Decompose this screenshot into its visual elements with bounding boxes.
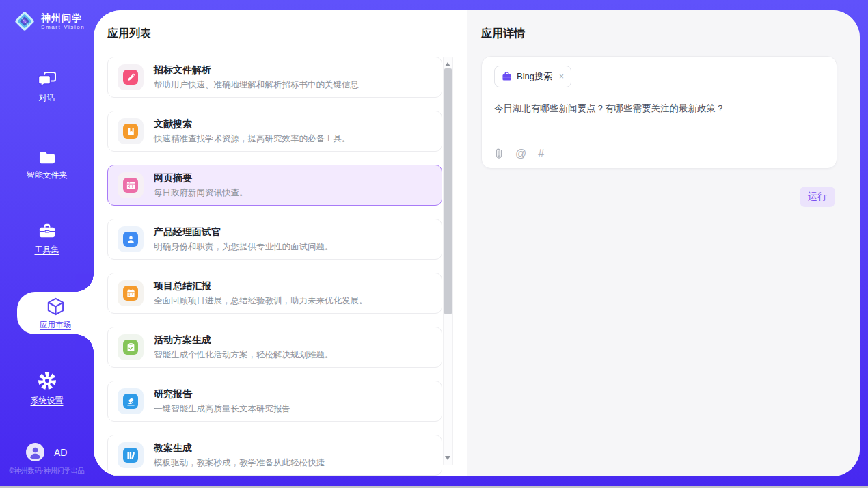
- app-card-title: 研究报告: [154, 388, 290, 401]
- app-card-desc: 智能生成个性化活动方案，轻松解决规划难题。: [154, 349, 334, 361]
- app-icon-tile: [118, 64, 144, 90]
- cube-icon: [45, 296, 66, 317]
- app-card[interactable]: 研究报告一键智能生成高质量长文本研究报告: [107, 381, 442, 422]
- scrollbar-thumb[interactable]: [444, 68, 452, 314]
- scrollbar-down-arrow-icon[interactable]: [445, 456, 450, 463]
- app-card-title: 项目总结汇报: [154, 280, 368, 293]
- user-avatar-icon: [26, 443, 44, 461]
- app-card[interactable]: 产品经理面试官明确身份和职责，为您提供专业性的面试问题。: [107, 219, 442, 260]
- user-account[interactable]: AD: [26, 443, 67, 461]
- tool-tag-close-icon[interactable]: ×: [559, 72, 564, 81]
- app-detail-title: 应用详情: [481, 27, 525, 41]
- sidebar-item-label: 智能文件夹: [27, 170, 68, 181]
- sidebar-item-label: 应用市场: [40, 320, 71, 330]
- app-detail-panel: 应用详情 Bing搜索 × 今日湖北有哪些新闻要点？有哪些需要关注的最新政策？ …: [467, 10, 860, 476]
- sidebar-item-label: 系统设置: [31, 395, 64, 407]
- app-card-desc: 快速精准查找学术资源，提高研究效率的必备工具。: [154, 133, 351, 145]
- copyright-text: ©神州数码·神州问学出品: [0, 466, 94, 476]
- book-icon: [123, 124, 138, 139]
- app-card-desc: 模板驱动，教案秒成，教学准备从此轻松快捷: [154, 457, 325, 469]
- app-card[interactable]: 活动方案生成智能生成个性化活动方案，轻松解决规划难题。: [107, 327, 442, 368]
- sidebar-item-label: 对话: [39, 92, 55, 104]
- app-card-title: 产品经理面试官: [154, 226, 334, 239]
- app-card-text: 文献搜索快速精准查找学术资源，提高研究效率的必备工具。: [154, 118, 351, 145]
- scrollbar[interactable]: [443, 57, 453, 465]
- app-card-title: 招标文件解析: [154, 64, 359, 77]
- main-panel: 应用列表 招标文件解析帮助用户快速、准确地理解和解析招标书中的关键信息文献搜索快…: [94, 10, 860, 476]
- app-card-desc: 每日政府新闻资讯快查。: [154, 187, 248, 199]
- app-card[interactable]: 文献搜索快速精准查找学术资源，提高研究效率的必备工具。: [107, 111, 442, 152]
- app-icon-tile: [118, 226, 144, 252]
- app-card[interactable]: 项目总结汇报全面回顾项目进展，总结经验教训，助力未来优化发展。: [107, 273, 442, 314]
- prompt-input[interactable]: 今日湖北有哪些新闻要点？有哪些需要关注的最新政策？: [494, 102, 824, 116]
- paperclip-icon[interactable]: [494, 148, 504, 159]
- composer-toolbar: @ #: [494, 148, 544, 159]
- document-edit-icon: [123, 70, 138, 85]
- app-card[interactable]: 网页摘要每日政府新闻资讯快查。: [107, 165, 442, 206]
- sidebar-item-system-settings[interactable]: 系统设置: [0, 370, 94, 407]
- browser-code-icon: [123, 178, 138, 193]
- app-icon-tile: [118, 334, 144, 360]
- tool-tag-bing[interactable]: Bing搜索 ×: [494, 66, 571, 87]
- app-card-text: 研究报告一键智能生成高质量长文本研究报告: [154, 388, 290, 415]
- app-card-title: 活动方案生成: [154, 334, 334, 347]
- app-card-title: 文献搜索: [154, 118, 351, 131]
- app-card-text: 网页摘要每日政府新闻资讯快查。: [154, 172, 248, 199]
- sidebar-item-toolset[interactable]: 工具集: [0, 223, 94, 256]
- app-icon-tile: [118, 172, 144, 198]
- sidebar-item-label: 工具集: [35, 244, 59, 256]
- app-card-text: 教案生成模板驱动，教案秒成，教学准备从此轻松快捷: [154, 442, 325, 469]
- toolbox-icon: [38, 223, 57, 240]
- app-icon-tile: [118, 388, 144, 414]
- diamond-logo-icon: [12, 9, 37, 33]
- briefcase-icon: [502, 72, 512, 81]
- sidebar: 神州问学 Smart Vision 对话智能文件夹工具集应用市场系统设置 AD …: [0, 0, 94, 488]
- app-window: 神州问学 Smart Vision 对话智能文件夹工具集应用市场系统设置 AD …: [0, 0, 868, 488]
- chat-icon: [38, 71, 57, 88]
- app-card-text: 产品经理面试官明确身份和职责，为您提供专业性的面试问题。: [154, 226, 334, 253]
- microscope-icon: [123, 394, 138, 409]
- app-card-desc: 一键智能生成高质量长文本研究报告: [154, 403, 290, 415]
- interviewer-icon: [123, 232, 138, 247]
- calendar-report-icon: [123, 286, 138, 301]
- app-card[interactable]: 教案生成模板驱动，教案秒成，教学准备从此轻松快捷: [107, 435, 442, 476]
- gear-icon: [37, 370, 57, 391]
- app-list-title: 应用列表: [107, 27, 151, 41]
- at-sign-icon[interactable]: @: [515, 148, 526, 159]
- sidebar-item-chat[interactable]: 对话: [0, 71, 94, 104]
- app-logo: 神州问学 Smart Vision: [12, 9, 85, 33]
- run-button[interactable]: 运行: [800, 187, 835, 207]
- app-icon-tile: [118, 442, 144, 468]
- app-card-desc: 帮助用户快速、准确地理解和解析招标书中的关键信息: [154, 79, 359, 91]
- user-initials: AD: [54, 447, 67, 458]
- app-icon-tile: [118, 280, 144, 306]
- app-card-text: 项目总结汇报全面回顾项目进展，总结经验教训，助力未来优化发展。: [154, 280, 368, 307]
- sidebar-item-smart-folder[interactable]: 智能文件夹: [0, 150, 94, 181]
- clipboard-check-icon: [123, 340, 138, 355]
- sidebar-item-app-market[interactable]: 应用市场: [17, 292, 94, 334]
- books-icon: [123, 448, 138, 463]
- app-card-desc: 明确身份和职责，为您提供专业性的面试问题。: [154, 241, 334, 253]
- app-card-text: 招标文件解析帮助用户快速、准确地理解和解析招标书中的关键信息: [154, 64, 359, 91]
- hash-icon[interactable]: #: [538, 148, 544, 159]
- folder-icon: [38, 150, 57, 165]
- prompt-card: Bing搜索 × 今日湖北有哪些新闻要点？有哪些需要关注的最新政策？ @ #: [481, 56, 837, 169]
- scrollbar-up-arrow-icon[interactable]: [445, 59, 450, 66]
- app-icon-tile: [118, 118, 144, 144]
- tool-tag-label: Bing搜索: [517, 70, 552, 83]
- app-card-title: 网页摘要: [154, 172, 248, 185]
- app-card-text: 活动方案生成智能生成个性化活动方案，轻松解决规划难题。: [154, 334, 334, 361]
- app-list-panel: 应用列表 招标文件解析帮助用户快速、准确地理解和解析招标书中的关键信息文献搜索快…: [94, 10, 467, 476]
- logo-subtitle: Smart Vision: [41, 24, 85, 30]
- app-card-desc: 全面回顾项目进展，总结经验教训，助力未来优化发展。: [154, 295, 368, 307]
- app-card-title: 教案生成: [154, 442, 325, 455]
- logo-title: 神州问学: [41, 12, 85, 23]
- app-list: 招标文件解析帮助用户快速、准确地理解和解析招标书中的关键信息文献搜索快速精准查找…: [107, 57, 442, 476]
- app-card[interactable]: 招标文件解析帮助用户快速、准确地理解和解析招标书中的关键信息: [107, 57, 442, 98]
